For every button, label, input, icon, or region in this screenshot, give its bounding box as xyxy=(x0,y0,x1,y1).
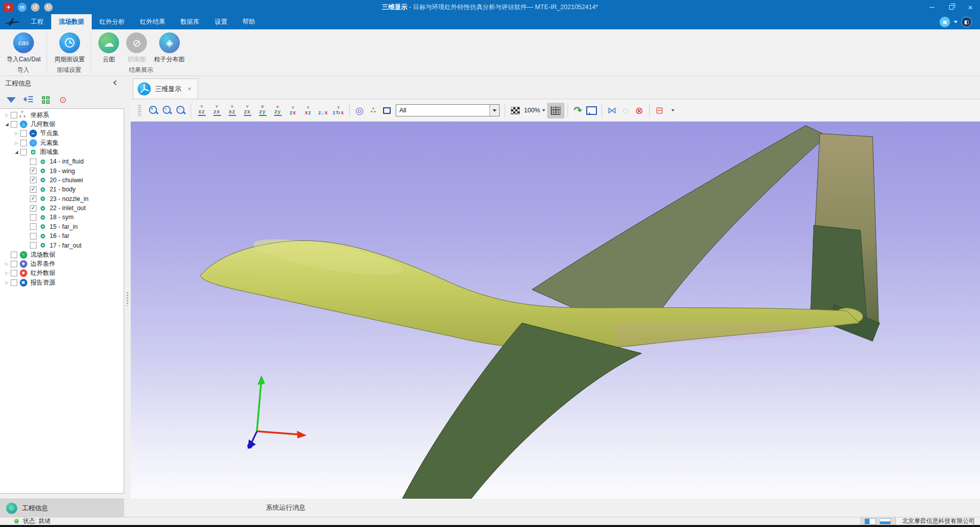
tree-item-boundary-conditions[interactable]: ▷◆边界条件 xyxy=(0,259,124,268)
tree-item-report-resources[interactable]: ▷▣报告资源 xyxy=(0,278,124,287)
view-left-button[interactable]: Yxz xyxy=(224,102,240,118)
manual-button[interactable]: ◧ xyxy=(961,17,972,27)
display-filter-combobox[interactable]: All xyxy=(394,102,502,118)
expander-collapsed-icon[interactable]: ▷ xyxy=(13,141,20,145)
tree-item-surface-set[interactable]: ◢面域集 xyxy=(0,148,124,157)
toolbar-overflow-caret[interactable] xyxy=(666,102,680,118)
menu-flow-field-data[interactable]: 流场数据 xyxy=(51,14,92,29)
tree-item-element-set[interactable]: ▷◌元素集 xyxy=(0,138,124,147)
rotate-down-button[interactable]: z↓x xyxy=(316,102,331,118)
tree-item-node-set[interactable]: ▷••节点集 xyxy=(0,129,124,138)
tree-item-coordinate-system-checkbox[interactable] xyxy=(11,112,17,118)
mirror-button[interactable]: ⋈ xyxy=(605,102,619,118)
view-iso-back-button[interactable]: Yxz xyxy=(300,102,316,118)
clear-results-button[interactable]: ⊗ xyxy=(632,102,646,118)
zoom-level-dropdown[interactable]: 100% xyxy=(522,102,547,118)
menu-database[interactable]: 数据库 xyxy=(173,14,207,29)
tree-item-21-body-checkbox[interactable] xyxy=(30,186,36,193)
panel-collapse-button[interactable] xyxy=(114,81,119,86)
particle-distribution-button[interactable]: ◈粒子分布图 xyxy=(150,32,188,64)
view-bottom-button[interactable]: xzy xyxy=(270,102,285,118)
group-nodes-button[interactable]: ◌ xyxy=(619,102,632,118)
import-cas-dat-button[interactable]: cas导入Cas/Dat xyxy=(3,32,44,64)
mesh-toggle-button[interactable] xyxy=(547,102,564,118)
tree-item-20-chuiwei-checkbox[interactable] xyxy=(30,177,36,183)
panel-footer[interactable]: ◇ 工程信息 xyxy=(0,499,124,517)
tree-item-geometry-data[interactable]: ◢△几何数据 xyxy=(0,119,124,129)
tree-item-14-int-fluid[interactable]: 14 - int_fluid xyxy=(0,157,124,166)
viewbar-grip[interactable] xyxy=(138,105,141,116)
target-button[interactable]: ⊙ xyxy=(57,94,69,106)
tree-item-surface-set-checkbox[interactable] xyxy=(20,149,27,155)
redo-button[interactable]: ↻ xyxy=(44,3,53,12)
tree-item-22-inlet-out[interactable]: 22 - inlet_out xyxy=(0,204,124,213)
zoom-out-button[interactable]: − xyxy=(160,102,174,118)
tab-3d-display[interactable]: 三维显示 × xyxy=(133,78,198,99)
panel-splitter[interactable] xyxy=(124,76,131,517)
expander-collapsed-icon[interactable]: ▷ xyxy=(3,113,11,117)
tree-item-element-set-checkbox[interactable] xyxy=(20,140,27,146)
view-right-button[interactable]: Yzx xyxy=(240,102,255,118)
tree-item-20-chuiwei[interactable]: 20 - chuiwei xyxy=(0,176,124,185)
tree-item-23-nozzle-in-checkbox[interactable] xyxy=(30,195,36,202)
zoom-level-dropdown[interactable]: 100% xyxy=(522,107,547,114)
tree-item-coordinate-system[interactable]: ▷Yzx坐标系 xyxy=(0,110,124,119)
expander-collapsed-icon[interactable]: ▷ xyxy=(3,262,11,266)
undo-button[interactable]: ↺ xyxy=(31,3,40,12)
style-button[interactable]: ▣ xyxy=(939,17,950,27)
minimize-button[interactable] xyxy=(922,0,941,14)
tree-item-flow-field-data[interactable]: <流场数据 xyxy=(0,250,124,259)
tree-item-17-far-out[interactable]: 17 - far_out xyxy=(0,240,124,250)
style-caret[interactable] xyxy=(954,21,958,23)
tree-item-boundary-conditions-checkbox[interactable] xyxy=(11,261,17,267)
outline-list-button[interactable] xyxy=(22,94,34,106)
tree-item-flow-field-data-checkbox[interactable] xyxy=(11,252,17,258)
tree-item-23-nozzle-in[interactable]: 23 - nozzle_in xyxy=(0,194,124,204)
filter-button[interactable] xyxy=(5,94,17,106)
menu-project[interactable]: 工程 xyxy=(23,14,51,29)
snapshot-button[interactable] xyxy=(585,102,598,118)
tree-item-17-far-out-checkbox[interactable] xyxy=(30,242,36,249)
tree-item-15-far-in[interactable]: 15 - far_in xyxy=(0,222,124,231)
tree-item-18-sym-checkbox[interactable] xyxy=(30,214,36,221)
restore-button[interactable] xyxy=(941,0,961,14)
display-filter-combobox-drop-button[interactable] xyxy=(489,105,499,116)
export-view-button[interactable]: ↷ xyxy=(571,102,585,118)
menu-help[interactable]: 帮助 xyxy=(235,14,263,29)
tree-item-15-far-in-checkbox[interactable] xyxy=(30,223,36,230)
app-logo-button[interactable]: ✈ xyxy=(4,3,13,12)
zoom-fit-button[interactable]: ▫ xyxy=(174,102,187,118)
tree-item-infrared-data-checkbox[interactable] xyxy=(11,270,17,276)
tree-item-22-inlet-out-checkbox[interactable] xyxy=(30,205,36,212)
tree-item-geometry-data-checkbox[interactable] xyxy=(11,121,17,128)
particle-cluster-button[interactable]: ∴ xyxy=(366,102,380,118)
tree-item-16-far-checkbox[interactable] xyxy=(30,233,36,239)
grid-view-button[interactable] xyxy=(40,94,52,106)
expander-collapsed-icon[interactable]: ▷ xyxy=(3,280,11,285)
zoom-in-button[interactable]: + xyxy=(146,102,160,118)
probe-button[interactable]: ◎ xyxy=(353,102,366,118)
expander-expanded-icon[interactable]: ◢ xyxy=(3,122,11,127)
periodic-surface-button[interactable]: 周期面设置 xyxy=(51,32,88,64)
tab-close-icon[interactable]: × xyxy=(187,85,192,93)
expander-expanded-icon[interactable]: ◢ xyxy=(13,150,20,154)
menu-infrared-analysis[interactable]: 红外分析 xyxy=(92,14,132,29)
tree-item-node-set-checkbox[interactable] xyxy=(20,130,27,137)
contour-plot-button[interactable]: ☁云图 xyxy=(95,32,123,64)
rotate-cw-button[interactable]: Yz↻x xyxy=(331,102,346,118)
layout-bottom-panel-icon[interactable] xyxy=(880,518,891,524)
expander-collapsed-icon[interactable]: ▷ xyxy=(3,271,11,275)
tree-item-19-wing[interactable]: 19 - wing xyxy=(0,166,124,175)
view-iso-button[interactable]: Yzx xyxy=(285,102,300,118)
tree-item-21-body[interactable]: 21 - body xyxy=(0,185,124,194)
tree-item-14-int-fluid-checkbox[interactable] xyxy=(30,158,36,165)
display-filter-combobox[interactable]: All xyxy=(396,104,500,116)
tree-item-report-resources-checkbox[interactable] xyxy=(11,279,17,286)
close-button[interactable]: × xyxy=(961,0,980,14)
region-select-button[interactable] xyxy=(380,102,394,118)
viewport-3d[interactable] xyxy=(131,121,980,499)
menu-settings[interactable]: 设置 xyxy=(207,14,235,29)
view-back-button[interactable]: Yzx xyxy=(209,102,224,118)
tree-item-infrared-data[interactable]: ▷✱红外数据 xyxy=(0,269,124,278)
menu-infrared-results[interactable]: 红外结果 xyxy=(132,14,173,29)
